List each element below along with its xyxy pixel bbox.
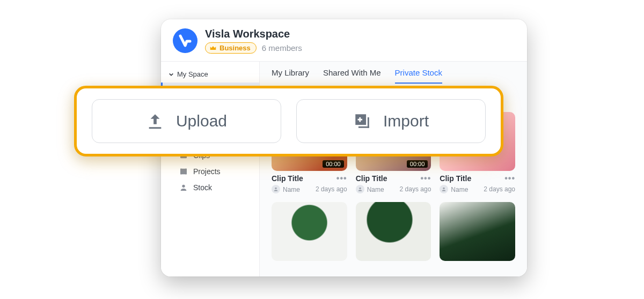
sidebar-item-stock-team[interactable]: Stock bbox=[161, 180, 259, 196]
more-icon[interactable]: ••• bbox=[504, 176, 515, 181]
avatar-icon bbox=[356, 185, 364, 193]
more-icon[interactable]: ••• bbox=[421, 176, 431, 181]
svg-rect-22 bbox=[368, 117, 369, 128]
upload-button[interactable]: Upload bbox=[92, 99, 281, 143]
svg-rect-21 bbox=[358, 126, 369, 128]
import-label: Import bbox=[383, 112, 429, 130]
svg-point-16 bbox=[359, 188, 361, 189]
clip-age: 2 days ago bbox=[400, 185, 431, 193]
app-logo-icon bbox=[173, 28, 197, 53]
clip-author: Name bbox=[367, 186, 384, 193]
plan-badge[interactable]: Business bbox=[205, 42, 257, 54]
plan-label: Business bbox=[219, 44, 251, 52]
clip-thumbnail[interactable] bbox=[272, 202, 347, 261]
workspace-title: Visla Workspace bbox=[205, 28, 302, 40]
chevron-down-icon bbox=[169, 72, 174, 77]
members-count: 6 members bbox=[262, 43, 302, 53]
tabs: My Library Shared With Me Private Stock bbox=[260, 62, 527, 84]
svg-point-17 bbox=[443, 188, 445, 189]
tab-shared-with-me[interactable]: Shared With Me bbox=[323, 68, 381, 84]
clip-duration: 00:00 bbox=[323, 160, 344, 168]
crown-icon bbox=[209, 44, 217, 52]
import-icon bbox=[353, 112, 371, 130]
clip-card[interactable] bbox=[356, 202, 431, 261]
clip-thumbnail[interactable] bbox=[440, 202, 515, 261]
upload-icon bbox=[146, 112, 164, 130]
film-icon bbox=[179, 167, 188, 176]
svg-point-9 bbox=[182, 185, 185, 188]
clip-title: Clip Title bbox=[440, 174, 471, 183]
sidebar-section-my-space[interactable]: My Space bbox=[161, 66, 259, 83]
svg-rect-20 bbox=[357, 119, 362, 121]
tab-private-stock[interactable]: Private Stock bbox=[395, 68, 442, 84]
sidebar-item-projects-team[interactable]: Projects bbox=[161, 163, 259, 180]
clip-card[interactable] bbox=[272, 202, 347, 261]
clip-card[interactable] bbox=[440, 202, 515, 261]
clip-title: Clip Title bbox=[356, 174, 387, 183]
clip-thumbnail[interactable] bbox=[356, 202, 431, 261]
avatar-icon bbox=[272, 185, 280, 193]
clip-author: Name bbox=[451, 186, 468, 193]
svg-rect-8 bbox=[185, 169, 187, 175]
highlight-callout: Upload Import bbox=[74, 86, 503, 156]
workspace-header: Visla Workspace Business 6 members bbox=[161, 19, 527, 62]
avatar-icon bbox=[440, 185, 448, 193]
more-icon[interactable]: ••• bbox=[336, 176, 347, 181]
sidebar-item-label: Projects bbox=[193, 167, 221, 176]
tab-my-library[interactable]: My Library bbox=[272, 68, 309, 84]
clip-age: 2 days ago bbox=[316, 185, 347, 193]
svg-rect-7 bbox=[180, 169, 182, 175]
import-button[interactable]: Import bbox=[296, 99, 486, 143]
clip-author: Name bbox=[283, 186, 300, 193]
clip-title: Clip Title bbox=[272, 174, 303, 183]
upload-label: Upload bbox=[176, 112, 227, 130]
person-icon bbox=[179, 183, 188, 192]
sidebar-item-label: Stock bbox=[193, 183, 212, 192]
svg-point-15 bbox=[275, 188, 276, 189]
sidebar-section-label: My Space bbox=[177, 70, 208, 78]
clip-duration: 00:00 bbox=[407, 160, 428, 168]
clip-age: 2 days ago bbox=[484, 185, 515, 193]
